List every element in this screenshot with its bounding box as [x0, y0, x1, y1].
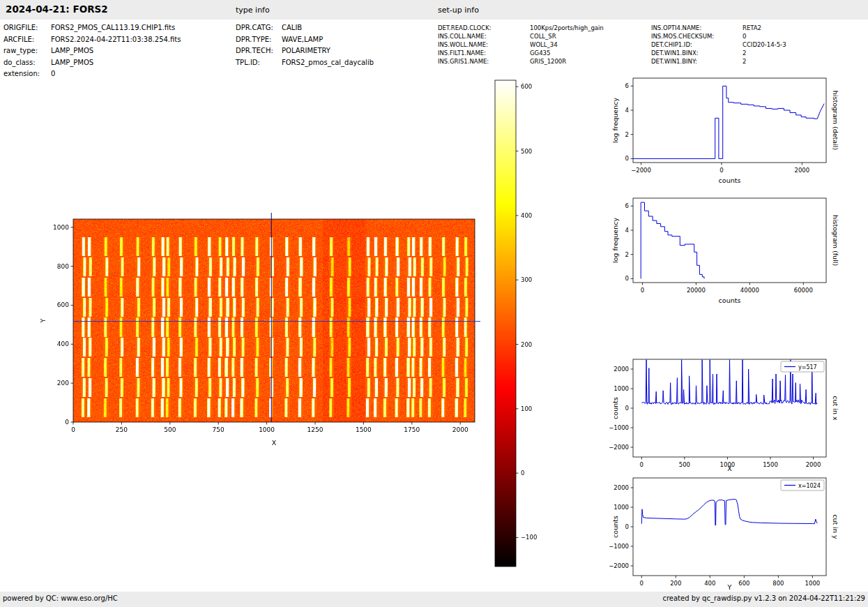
svg-text:−2000: −2000 — [609, 562, 629, 569]
svg-text:6: 6 — [625, 82, 629, 89]
svg-text:Y: Y — [39, 318, 47, 323]
meta-label: ORIGFILE: — [3, 22, 51, 34]
svg-text:600: 600 — [738, 580, 749, 587]
svg-text:log frequency: log frequency — [611, 98, 619, 144]
svg-text:1000: 1000 — [614, 504, 629, 511]
meta-value: FORS2_PMOS_CAL113.19.CHIP1.fits — [51, 24, 175, 31]
svg-text:2000: 2000 — [795, 167, 810, 174]
svg-text:1000: 1000 — [259, 426, 275, 433]
meta-label: INS.COLL.NAME: — [438, 32, 530, 40]
svg-text:cut in y: cut in y — [832, 514, 839, 539]
svg-text:500: 500 — [164, 426, 176, 433]
meta-label: INS.MOS.CHECKSUM: — [651, 32, 743, 40]
svg-text:6: 6 — [625, 202, 629, 209]
file-info-block: ORIGFILE:FORS2_PMOS_CAL113.19.CHIP1.fits… — [3, 22, 181, 80]
svg-text:2: 2 — [625, 131, 629, 138]
meta-value: POLARIMETRY — [282, 47, 330, 54]
svg-text:400: 400 — [521, 212, 532, 219]
svg-text:−2000: −2000 — [631, 167, 651, 174]
meta-label: DPR.TECH: — [236, 45, 282, 57]
svg-text:x=1024: x=1024 — [798, 483, 821, 489]
meta-value: WAVE,LAMP — [282, 36, 323, 43]
svg-text:−1000: −1000 — [609, 543, 629, 550]
svg-text:0: 0 — [719, 167, 723, 174]
cut-in-y-plot: 02004006008001000−2000−1000010002000Ycou… — [593, 468, 868, 606]
svg-text:counts: counts — [611, 516, 619, 538]
svg-text:log frequency: log frequency — [611, 218, 619, 264]
svg-text:500: 500 — [521, 148, 532, 155]
svg-text:counts: counts — [611, 397, 619, 419]
histogram-full-plot: 02000040000600000246countslog frequencyh… — [593, 188, 868, 313]
svg-text:2: 2 — [625, 251, 629, 258]
meta-value: CCID20-14-5-3 — [743, 41, 786, 48]
meta-value: 100Kps/2ports/high_gain — [530, 24, 604, 31]
meta-label: INS.WOLL.NAME: — [438, 40, 530, 49]
meta-value: FORS2_pmos_cal_daycalib — [282, 59, 374, 66]
svg-text:2000: 2000 — [806, 461, 821, 468]
setup-info-block-2: INS.OPTI4.NAME:RETA2 INS.MOS.CHECKSUM:0 … — [651, 24, 786, 66]
meta-label: INS.GRIS1.NAME: — [438, 57, 530, 66]
page-title: 2024-04-21: FORS2 — [6, 3, 108, 15]
svg-text:1000: 1000 — [805, 580, 821, 587]
type-info-heading: type info — [236, 6, 270, 15]
svg-text:40000: 40000 — [740, 287, 759, 294]
svg-text:250: 250 — [116, 426, 128, 433]
svg-text:800: 800 — [772, 580, 784, 587]
svg-text:200: 200 — [670, 580, 681, 587]
raw-image-plot: 0250500750100012501500175020000200400600… — [33, 209, 518, 453]
meta-label: INS.FILT1.NAME: — [438, 49, 530, 57]
meta-label: TPL.ID: — [236, 57, 282, 69]
meta-label: DET.CHIP1.ID: — [651, 40, 743, 49]
svg-text:60000: 60000 — [794, 287, 813, 294]
setup-info-block-1: DET.READ.CLOCK:100Kps/2ports/high_gain I… — [438, 24, 604, 66]
svg-text:0: 0 — [640, 461, 644, 468]
svg-text:1500: 1500 — [356, 426, 372, 433]
svg-text:4: 4 — [625, 107, 629, 114]
svg-text:0: 0 — [71, 426, 75, 433]
histogram-detail-plot: −2000020000246countslog frequencyhistogr… — [593, 68, 868, 193]
svg-text:1250: 1250 — [307, 426, 323, 433]
svg-text:0: 0 — [640, 580, 644, 587]
meta-value: FORS2.2024-04-22T11:03:38.254.fits — [51, 36, 181, 43]
meta-label: raw_type: — [3, 45, 51, 57]
colorbar: 6005004003002001000−100 — [455, 70, 559, 597]
meta-value: 2 — [743, 50, 746, 57]
footer-right-text: created by qc_rawdisp.py v1.2.3 on 2024-… — [662, 594, 865, 602]
svg-text:1000: 1000 — [53, 224, 69, 231]
svg-text:histogram (detail): histogram (detail) — [832, 91, 839, 150]
meta-label: do_class: — [3, 57, 51, 69]
svg-text:0: 0 — [521, 470, 524, 477]
svg-text:0: 0 — [625, 155, 629, 162]
meta-value: GG435 — [530, 50, 550, 57]
meta-value: CALIB — [282, 24, 302, 31]
svg-text:500: 500 — [679, 461, 690, 468]
meta-label: DPR.CATG: — [236, 22, 282, 34]
svg-text:−1000: −1000 — [609, 424, 629, 431]
meta-label: INS.OPTI4.NAME: — [651, 24, 743, 32]
svg-text:750: 750 — [213, 426, 224, 433]
footer-bar: powered by QC: www.eso.org/HC created by… — [0, 592, 868, 607]
svg-text:600: 600 — [521, 83, 532, 90]
svg-text:4: 4 — [625, 227, 629, 234]
meta-label: DPR.TYPE: — [236, 34, 282, 46]
svg-text:200: 200 — [521, 341, 532, 348]
svg-text:20000: 20000 — [687, 287, 706, 294]
meta-value: COLL_SR — [530, 33, 556, 40]
svg-text:−2000: −2000 — [609, 444, 629, 451]
svg-text:counts: counts — [719, 177, 741, 184]
svg-text:−100: −100 — [521, 534, 537, 541]
footer-left-text: powered by QC: www.eso.org/HC — [3, 594, 118, 602]
meta-value: 0 — [51, 70, 55, 77]
svg-text:histogram (full): histogram (full) — [832, 215, 839, 266]
svg-text:0: 0 — [641, 287, 644, 294]
svg-text:0: 0 — [625, 405, 629, 412]
svg-text:Y: Y — [727, 583, 732, 591]
svg-text:800: 800 — [57, 263, 69, 270]
svg-text:2000: 2000 — [614, 484, 629, 491]
svg-text:0: 0 — [65, 419, 69, 426]
meta-value: GRIS_1200R — [530, 58, 566, 65]
svg-text:1500: 1500 — [763, 461, 778, 468]
svg-text:X: X — [272, 439, 277, 447]
meta-label: DET.READ.CLOCK: — [438, 24, 530, 32]
qc-report-page: { "header": { "title": "2024-04-21: FORS… — [0, 0, 868, 607]
